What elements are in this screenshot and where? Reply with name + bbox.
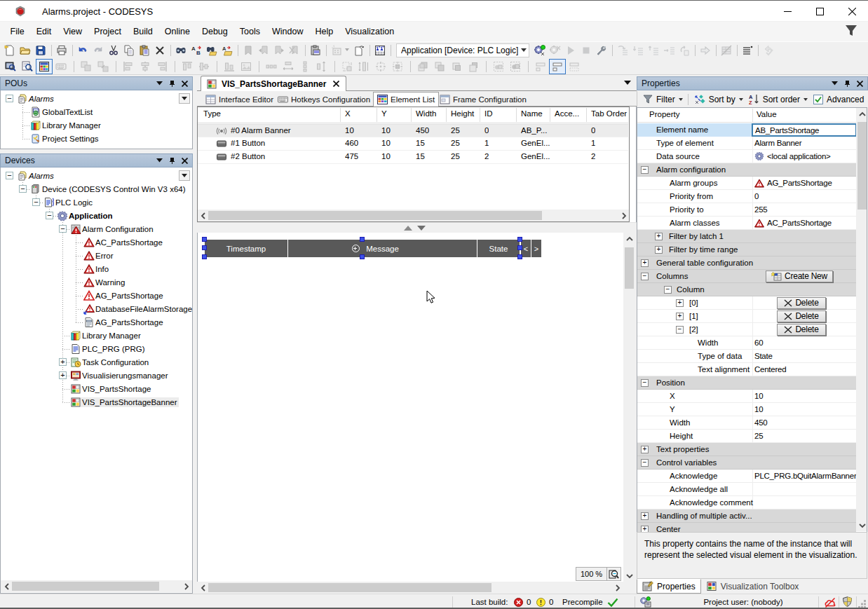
property-row-x[interactable]: X10	[637, 390, 856, 403]
copy-icon[interactable]	[121, 43, 137, 58]
scroll-up-icon[interactable]	[623, 233, 635, 244]
column-header-type[interactable]: Type	[203, 109, 221, 118]
tree-item-error[interactable]: Error	[1, 249, 192, 262]
element-row--1-button[interactable]: #1 Button4601015251GenEl...1	[198, 137, 628, 151]
chevron-down-icon[interactable]	[156, 158, 163, 163]
find-icon[interactable]	[173, 43, 189, 58]
tree-item-alarms[interactable]: −Alarms	[1, 92, 192, 105]
subtab-element-list[interactable]: Element List	[373, 92, 439, 107]
scrollbar-thumb[interactable]	[208, 211, 542, 220]
tree-item-visualisierungsmanager[interactable]: +Visualisierungsmanager	[1, 369, 192, 382]
delete-button[interactable]: Delete	[777, 310, 826, 322]
visualization-canvas[interactable]: TimestampMessageState <>	[197, 233, 623, 582]
scrollbar-thumb[interactable]	[208, 583, 491, 592]
property-row-width[interactable]: Width60	[637, 336, 856, 350]
selection-handle[interactable]	[517, 237, 522, 242]
selection-handle[interactable]	[517, 254, 522, 259]
close-icon[interactable]	[182, 158, 188, 164]
print-icon[interactable]	[54, 43, 69, 58]
property-value[interactable]: Centered	[752, 363, 856, 376]
column-header-width[interactable]: Width	[416, 109, 436, 118]
property-row--2-[interactable]: −[2]Delete	[637, 323, 856, 336]
column-header-id[interactable]: ID	[484, 109, 493, 118]
property-row-data-source[interactable]: Data source<local application>	[637, 150, 856, 163]
selection-handle[interactable]	[202, 254, 207, 259]
column-divider[interactable]	[480, 108, 480, 122]
close-icon[interactable]	[182, 81, 188, 87]
collapse-icon[interactable]: −	[6, 95, 13, 102]
visu-magnifier-icon[interactable]	[19, 59, 36, 74]
tree-item-alarm-configuration[interactable]: −Alarm Configuration	[1, 222, 192, 235]
property-row-y[interactable]: Y10	[637, 403, 856, 416]
devices-h-scrollbar[interactable]	[1, 580, 192, 592]
tab-close-icon[interactable]	[333, 81, 339, 87]
property-value[interactable]: 60	[752, 336, 856, 349]
tree-item-warning[interactable]: Warning	[1, 275, 192, 289]
subtab-frame-configuration[interactable]: Frame Configuration	[436, 93, 530, 107]
pin-icon[interactable]	[169, 80, 175, 88]
tab-list-dropdown-icon[interactable]	[624, 81, 631, 88]
property-value[interactable]: <local application>	[752, 150, 856, 163]
property-row-alarm-configuration[interactable]: −Alarm configuration	[637, 163, 856, 177]
zoom-control[interactable]: 100 %	[576, 567, 621, 581]
property-row-alarm-classes[interactable]: Alarm classesAC_PartsShortage	[637, 217, 856, 230]
property-value[interactable]: Delete	[752, 310, 856, 322]
undo-icon[interactable]	[75, 43, 90, 58]
banner-nav-button[interactable]: >	[531, 240, 541, 257]
scroll-down-icon[interactable]	[856, 520, 867, 531]
canvas-v-scrollbar[interactable]	[623, 233, 635, 582]
tree-item-vis-partsshortage[interactable]: VIS_PartsShortage	[1, 382, 192, 395]
scroll-left-icon[interactable]	[197, 210, 208, 221]
element-row--2-button[interactable]: #2 Button4751015252GenEl...2	[198, 151, 628, 164]
scrollbar-thumb[interactable]	[625, 247, 634, 289]
column-divider[interactable]	[340, 108, 341, 122]
scroll-right-icon[interactable]	[618, 210, 630, 221]
frame-fixed-icon[interactable]	[549, 59, 566, 74]
expand-icon[interactable]: +	[59, 371, 67, 379]
collapse-icon[interactable]: −	[19, 185, 27, 193]
property-row-acknowledge[interactable]: AcknowledgePLC_PRG.bQuitAlarmBanner	[637, 470, 856, 483]
column-divider[interactable]	[550, 108, 550, 122]
column-divider[interactable]	[377, 108, 377, 122]
login-icon[interactable]	[532, 43, 548, 58]
expand-icon[interactable]: +	[641, 512, 649, 520]
replace-in-project-icon[interactable]: A	[219, 43, 235, 58]
column-header-y[interactable]: Y	[381, 109, 387, 118]
delete-icon[interactable]	[152, 43, 168, 58]
element-row--0-alarm-banner[interactable]: #0 Alarm Banner1010450250AB_P...0	[198, 124, 628, 137]
column-header-height[interactable]: Height	[451, 109, 474, 118]
property-row-handling-of-multiple-activ-[interactable]: +Handling of multiple activ...	[637, 509, 856, 523]
property-value[interactable]: State	[752, 350, 856, 362]
document-tab[interactable]: VIS_PartsShortageBanner	[201, 76, 346, 91]
collapse-icon[interactable]: −	[641, 459, 649, 467]
paste-icon[interactable]	[137, 43, 152, 58]
property-row-type-of-data[interactable]: Type of dataState	[637, 350, 856, 363]
visu-element-list-icon[interactable]	[36, 59, 53, 74]
property-row-position[interactable]: −Position	[637, 376, 856, 390]
collapse-icon[interactable]: −	[32, 198, 40, 206]
tree-item-task-configuration[interactable]: +Task Configuration	[1, 355, 192, 369]
filter-button[interactable]: Filter	[640, 95, 686, 104]
expand-icon[interactable]: +	[655, 233, 663, 240]
property-row-columns[interactable]: −ColumnsCreate New	[637, 270, 856, 283]
drag-origin-icon[interactable]	[352, 245, 360, 252]
zoom-page-icon[interactable]	[607, 568, 621, 580]
replace-icon[interactable]: AB	[189, 43, 204, 58]
cloud-offline-icon[interactable]	[824, 598, 836, 608]
tree-item-plc-prg-prg-[interactable]: PLC_PRG (PRG)	[1, 342, 192, 355]
tree-item-device-codesys-control-win-v3-x64-[interactable]: −Device (CODESYS Control Win V3 x64)	[1, 182, 192, 196]
property-row-alarm-groups[interactable]: Alarm groupsAG_PartsShortage	[637, 177, 856, 190]
online-config-icon[interactable]	[594, 43, 609, 58]
property-value[interactable]: AB_PartsShortage	[752, 123, 857, 137]
editor-splitter[interactable]	[197, 222, 637, 233]
column-header-x[interactable]: X	[345, 109, 351, 118]
selection-handle[interactable]	[202, 245, 207, 250]
property-value[interactable]: Create New	[752, 270, 856, 282]
column-header-acce-[interactable]: Acce...	[555, 109, 579, 118]
collapse-icon[interactable]: −	[641, 166, 649, 174]
property-row-type-of-element[interactable]: Type of elementAlarm Banner	[637, 137, 856, 150]
new-pou-icon[interactable]	[351, 43, 367, 58]
menu-build[interactable]: Build	[127, 23, 158, 40]
minimize-button[interactable]	[771, 1, 803, 22]
menu-view[interactable]: View	[57, 23, 88, 40]
